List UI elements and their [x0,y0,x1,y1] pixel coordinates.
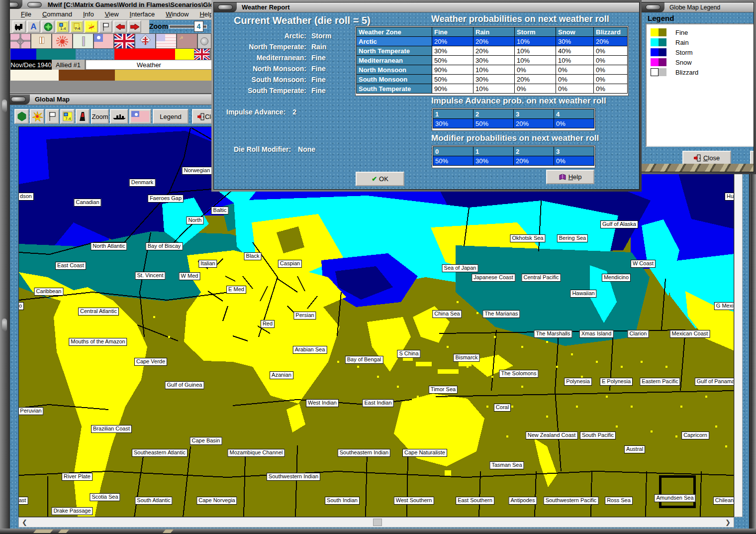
window-bottom-ornament [642,164,754,172]
legend-listbox[interactable]: FineRainStormSnowBlizzard [646,23,754,147]
table-row[interactable]: North Monsoon90%10%0%0%0% [357,65,628,75]
next-button[interactable] [128,20,141,33]
calendar-icon: 7-4 [73,22,82,31]
scroll-right-arrow[interactable]: ❯ [725,519,731,526]
map-vertical-scrollbar[interactable] [734,126,743,517]
sea-zone-label: North [187,216,204,224]
sea-color-swatch [659,28,666,36]
marker-button[interactable] [76,109,90,124]
zone-weather: Fine [311,54,326,62]
zone-weather: Fine [311,76,326,84]
map-legend-button[interactable]: Legend [153,109,189,124]
scroll-left-arrow[interactable]: ❮ [22,519,27,526]
ussr-flag-button[interactable]: ☭ [177,33,197,49]
sea-zone-label: Mexican Coast [670,330,710,338]
production-button[interactable]: 1-4 [56,20,69,33]
prob-cell: 10% [515,37,556,46]
naval-units-button[interactable] [110,109,128,124]
legend-item-label: Rain [675,39,689,46]
vichy-france-flag-button[interactable] [73,33,94,49]
prob-cell: 20% [432,37,473,46]
germany-flag-button[interactable] [10,33,31,49]
free-france-flag-button[interactable] [135,33,156,49]
legend-window-titlebar[interactable]: Globe Map Legend [642,2,754,12]
legend-item[interactable]: Fine [651,27,754,37]
calendar-button[interactable]: 7-4 [60,109,75,124]
table-row[interactable]: North Temperate30%20%10%40%0% [357,46,628,56]
zoom-slider-thumb[interactable]: 4 [194,21,203,32]
table-row[interactable]: South Monsoon50%30%20%0%0% [357,75,628,84]
flag-mode-button[interactable] [45,109,59,124]
scrollbar-thumb[interactable] [373,519,382,526]
column-header: 1 [433,109,473,119]
legend-item[interactable]: Snow [651,57,754,67]
ok-button[interactable]: ✔ OK [356,172,404,186]
hex-mode-button[interactable] [14,109,29,124]
prob-cell: 0% [515,84,556,94]
table-row[interactable]: Mediterranean50%30%10%10%0% [357,56,628,65]
table-row[interactable]: Arctic20%20%10%30%20% [357,37,628,46]
italy-flag-button[interactable] [31,33,52,49]
letter-a-icon: A [30,22,36,32]
japan-flag-button[interactable] [52,33,73,49]
map-zoom-button-label: Zoom [92,113,108,120]
sea-zone-label: The Marianas [482,310,520,318]
prob-cell: 0% [554,156,594,166]
prob-cell: 0% [594,46,628,56]
column-header: 1 [473,147,514,156]
sea-zone-label: E Med [226,286,246,294]
impulse-advance-table: 123430%50%20%0% [433,109,594,128]
land-color-swatch [651,38,659,46]
prob-cell: 10% [556,56,594,65]
prob-cell: 10% [515,46,556,56]
nationality-button[interactable] [129,109,151,124]
menu-window[interactable]: Window [166,10,189,18]
white-flag-icon [102,22,110,31]
annotate-button[interactable]: A [27,20,40,33]
legend-item-label: Storm [675,49,693,56]
menu-view[interactable]: View [105,10,119,18]
main-titlebar[interactable]: Mwif [C:\Matrix Games\World in Flames\Sc… [0,0,214,9]
ok-button-label: OK [379,175,388,183]
weather-report-button[interactable] [85,20,98,33]
neutral-button[interactable] [197,33,211,49]
track-uk-flag [194,49,210,60]
menu-interface[interactable]: Interface [130,10,155,18]
current-weather-row: South Temperate:Fine [223,85,331,96]
die-roll-modifier-value: None [298,145,315,153]
legend-item[interactable]: Rain [651,37,754,47]
phase-field[interactable]: Weather [86,60,212,70]
main-window-left-frame [0,0,10,534]
sea-zone-label: New Zealand Coast [526,431,578,439]
previous-button[interactable] [113,20,127,33]
prob-table-panel: Weather ZoneFineRainStormSnowBlizzardArc… [355,26,629,96]
legend-close-button[interactable]: Close [682,151,731,165]
column-header: 2 [514,147,554,156]
weather-view-button[interactable] [30,109,44,124]
menu-info[interactable]: Info [83,10,94,18]
flag-toggle-button[interactable] [99,20,112,33]
rail-move-button[interactable] [12,20,26,33]
legend-item[interactable]: Storm [651,47,754,57]
commonwealth-flag-button[interactable] [114,33,135,49]
map-zoom-button[interactable]: Zoom [91,109,109,124]
prob-cell: 10% [473,65,515,75]
menu-command[interactable]: Command [42,10,72,18]
modifier-prob-heading: Modifier probabilities on next weather r… [431,133,599,143]
map-horizontal-scrollbar[interactable]: ❮ ❯ [18,517,734,528]
track-segment [36,49,76,60]
turn-button[interactable]: 7-4 [70,20,84,33]
sea-zone-label: The Marshalls [534,330,572,338]
weather-dialog-titlebar[interactable]: Weather Report [214,2,639,12]
help-button[interactable]: Help [546,170,594,184]
help-book-icon [559,174,567,181]
partial-button[interactable] [750,151,754,165]
status-row: Nov/Dec 1940 Allied #1 Weather [10,60,212,70]
globe-button[interactable] [41,20,55,33]
menu-file[interactable]: File [21,10,31,18]
usa-flag-button[interactable] [156,33,177,49]
menu-bar: FileCommandInfoViewInterfaceWindowHelp [10,9,211,20]
legend-item[interactable]: Blizzard [651,67,754,77]
table-row[interactable]: South Temperate90%10%0%0%0% [357,84,628,94]
china-flag-button[interactable] [94,33,114,49]
